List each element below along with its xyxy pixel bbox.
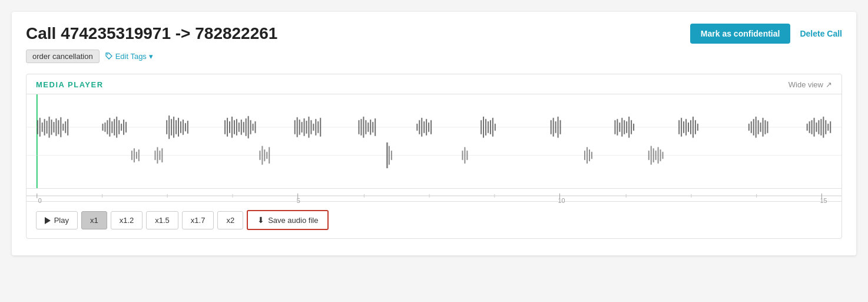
svg-rect-102: [681, 118, 682, 137]
svg-rect-127: [825, 120, 826, 134]
svg-rect-110: [748, 124, 750, 131]
header-row: Call 474235319971 -> 782822261 Mark as c…: [26, 24, 842, 44]
svg-rect-154: [651, 146, 652, 165]
svg-rect-144: [389, 146, 390, 165]
tags-row: order cancellation Edit Tags ▾: [26, 50, 842, 63]
svg-rect-5: [39, 118, 41, 137]
svg-rect-57: [304, 119, 305, 136]
svg-rect-62: [315, 119, 316, 136]
svg-rect-29: [166, 120, 167, 134]
speed-x1_2-button[interactable]: x1.2: [111, 211, 143, 229]
svg-rect-77: [426, 119, 427, 136]
svg-rect-27: [123, 120, 124, 135]
media-player-header: MEDIA PLAYER Wide view ↗: [26, 74, 842, 94]
svg-rect-135: [157, 147, 158, 163]
svg-rect-79: [430, 120, 432, 134]
svg-rect-146: [462, 150, 463, 160]
svg-rect-141: [266, 152, 267, 159]
svg-rect-41: [229, 122, 230, 133]
svg-rect-53: [294, 120, 296, 134]
svg-rect-85: [492, 118, 493, 137]
svg-rect-76: [423, 122, 425, 133]
play-button[interactable]: Play: [36, 211, 78, 229]
svg-rect-136: [159, 150, 160, 160]
speed-x2-button[interactable]: x2: [217, 211, 243, 229]
svg-rect-98: [628, 117, 630, 138]
svg-rect-59: [308, 117, 309, 138]
svg-rect-31: [171, 119, 172, 136]
svg-rect-28: [125, 122, 127, 133]
svg-rect-125: [820, 119, 821, 136]
svg-rect-6: [42, 123, 43, 132]
svg-rect-122: [814, 118, 815, 137]
svg-rect-30: [168, 116, 170, 139]
svg-rect-83: [488, 122, 489, 133]
svg-rect-87: [551, 120, 552, 134]
svg-rect-82: [485, 119, 486, 136]
svg-rect-71: [372, 122, 373, 133]
svg-rect-22: [111, 122, 112, 133]
svg-rect-113: [756, 117, 757, 138]
svg-rect-7: [44, 119, 45, 136]
edit-tags-button[interactable]: Edit Tags ▾: [105, 52, 153, 61]
svg-rect-4: [37, 120, 38, 134]
svg-rect-129: [830, 122, 831, 133]
svg-rect-152: [591, 152, 592, 159]
svg-text:10: 10: [558, 197, 565, 204]
svg-rect-95: [621, 118, 622, 137]
svg-rect-34: [178, 118, 179, 137]
svg-rect-91: [560, 120, 561, 134]
delete-call-button[interactable]: Delete Call: [800, 29, 842, 38]
svg-rect-68: [365, 120, 366, 134]
svg-rect-100: [633, 124, 634, 131]
svg-rect-50: [250, 120, 251, 134]
play-icon: [45, 217, 51, 224]
svg-rect-86: [495, 124, 496, 131]
svg-rect-54: [297, 117, 298, 137]
svg-text:0: 0: [38, 197, 42, 204]
speed-x1_5-button[interactable]: x1.5: [146, 211, 178, 229]
svg-rect-61: [313, 124, 314, 131]
header-actions: Mark as confidential Delete Call: [690, 24, 842, 44]
svg-rect-42: [231, 117, 233, 138]
svg-rect-158: [660, 149, 661, 161]
svg-rect-11: [53, 122, 54, 133]
download-icon: ⬇: [257, 215, 264, 225]
svg-rect-103: [683, 122, 684, 133]
waveform-container[interactable]: [26, 94, 842, 189]
svg-rect-130: [131, 150, 132, 160]
svg-rect-67: [363, 117, 364, 138]
svg-rect-33: [175, 120, 177, 134]
svg-rect-156: [655, 150, 657, 160]
svg-rect-112: [753, 119, 754, 136]
svg-rect-107: [693, 117, 694, 138]
svg-rect-32: [173, 117, 174, 138]
svg-rect-145: [391, 150, 392, 160]
timeline-svg: 0 5 10 15: [26, 191, 842, 204]
svg-rect-10: [51, 120, 52, 135]
mark-confidential-button[interactable]: Mark as confidential: [690, 24, 791, 44]
svg-rect-74: [419, 120, 420, 134]
main-card: Call 474235319971 -> 782822261 Mark as c…: [12, 12, 856, 255]
svg-rect-55: [299, 120, 300, 135]
svg-rect-49: [248, 116, 249, 139]
playback-controls: Play x1 x1.2 x1.5 x1.7 x2 ⬇ Save audio f…: [26, 202, 842, 238]
speed-x1-button[interactable]: x1: [81, 211, 107, 229]
svg-rect-80: [481, 120, 482, 134]
svg-rect-126: [823, 117, 824, 138]
svg-rect-25: [118, 120, 120, 134]
svg-rect-148: [466, 150, 468, 160]
speed-x1_7-button[interactable]: x1.7: [182, 211, 214, 229]
tag-badge: order cancellation: [26, 50, 100, 63]
svg-rect-26: [121, 124, 122, 131]
save-audio-button[interactable]: ⬇ Save audio file: [247, 210, 329, 230]
svg-rect-120: [809, 122, 810, 133]
svg-rect-155: [653, 148, 654, 162]
svg-rect-84: [490, 120, 491, 134]
svg-rect-133: [138, 149, 140, 161]
svg-rect-92: [614, 120, 615, 134]
wide-view-button[interactable]: Wide view ↗: [789, 80, 832, 89]
svg-rect-90: [558, 117, 559, 138]
svg-rect-23: [114, 119, 115, 136]
svg-rect-12: [55, 119, 57, 136]
